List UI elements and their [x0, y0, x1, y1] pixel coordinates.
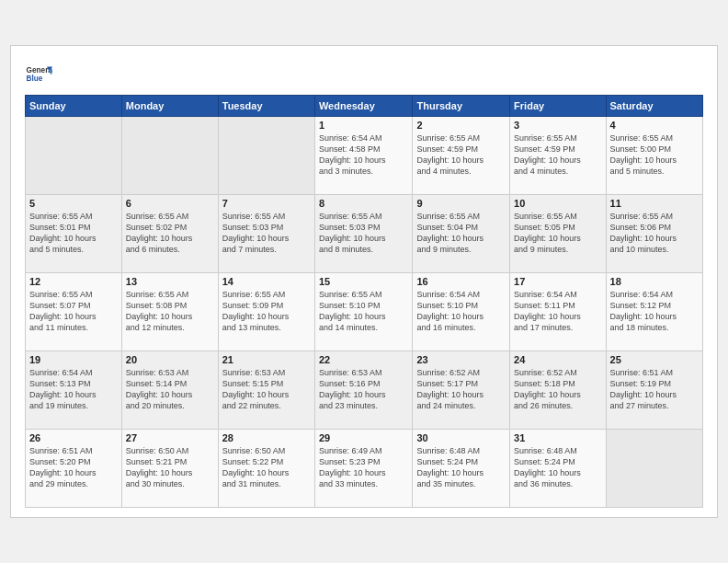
day-info: Sunrise: 6:55 AMSunset: 4:59 PMDaylight:…	[514, 132, 601, 178]
calendar-cell	[606, 430, 702, 508]
day-number: 20	[126, 354, 214, 365]
calendar-cell: 22Sunrise: 6:53 AMSunset: 5:16 PMDayligh…	[314, 351, 413, 430]
calendar-week-row: 19Sunrise: 6:54 AMSunset: 5:13 PMDayligh…	[26, 351, 703, 430]
calendar-cell	[121, 117, 218, 195]
day-info: Sunrise: 6:48 AMSunset: 5:24 PMDaylight:…	[514, 445, 601, 490]
calendar-cell: 17Sunrise: 6:54 AMSunset: 5:11 PMDayligh…	[510, 273, 606, 351]
weekday-header: Wednesday	[314, 96, 413, 117]
day-info: Sunrise: 6:54 AMSunset: 5:11 PMDaylight:…	[514, 289, 601, 334]
day-number: 4	[610, 120, 699, 131]
day-number: 9	[416, 198, 506, 209]
calendar-cell: 4Sunrise: 6:55 AMSunset: 5:00 PMDaylight…	[606, 117, 702, 195]
day-info: Sunrise: 6:51 AMSunset: 5:19 PMDaylight:…	[610, 367, 699, 412]
calendar-cell: 5Sunrise: 6:55 AMSunset: 5:01 PMDaylight…	[26, 195, 122, 273]
header: General Blue	[25, 60, 703, 87]
calendar-cell: 14Sunrise: 6:55 AMSunset: 5:09 PMDayligh…	[218, 273, 314, 351]
day-info: Sunrise: 6:53 AMSunset: 5:15 PMDaylight:…	[222, 367, 311, 412]
calendar-cell: 15Sunrise: 6:55 AMSunset: 5:10 PMDayligh…	[314, 273, 413, 351]
calendar-cell: 29Sunrise: 6:49 AMSunset: 5:23 PMDayligh…	[314, 430, 413, 508]
weekday-header: Saturday	[606, 96, 702, 117]
weekday-header: Sunday	[26, 96, 122, 117]
day-number: 5	[29, 198, 118, 209]
day-number: 23	[416, 354, 506, 365]
calendar-cell: 24Sunrise: 6:52 AMSunset: 5:18 PMDayligh…	[510, 351, 606, 430]
calendar-cell: 7Sunrise: 6:55 AMSunset: 5:03 PMDaylight…	[218, 195, 314, 273]
day-number: 12	[29, 276, 118, 287]
day-number: 17	[514, 276, 601, 287]
day-number: 3	[514, 120, 601, 131]
calendar-cell: 20Sunrise: 6:53 AMSunset: 5:14 PMDayligh…	[121, 351, 218, 430]
calendar-cell: 28Sunrise: 6:50 AMSunset: 5:22 PMDayligh…	[218, 430, 314, 508]
day-number: 24	[514, 354, 601, 365]
day-info: Sunrise: 6:55 AMSunset: 5:02 PMDaylight:…	[126, 211, 214, 256]
day-info: Sunrise: 6:55 AMSunset: 5:08 PMDaylight:…	[126, 289, 214, 334]
calendar-week-row: 12Sunrise: 6:55 AMSunset: 5:07 PMDayligh…	[26, 273, 703, 351]
day-number: 30	[416, 432, 506, 443]
day-info: Sunrise: 6:55 AMSunset: 4:59 PMDaylight:…	[416, 132, 506, 178]
day-info: Sunrise: 6:55 AMSunset: 5:01 PMDaylight:…	[29, 211, 118, 256]
calendar-cell: 26Sunrise: 6:51 AMSunset: 5:20 PMDayligh…	[26, 430, 122, 508]
day-info: Sunrise: 6:49 AMSunset: 5:23 PMDaylight:…	[319, 445, 409, 490]
day-number: 29	[319, 432, 409, 443]
calendar-cell	[218, 117, 314, 195]
calendar-cell: 31Sunrise: 6:48 AMSunset: 5:24 PMDayligh…	[510, 430, 606, 508]
day-info: Sunrise: 6:52 AMSunset: 5:17 PMDaylight:…	[416, 367, 506, 412]
calendar-cell: 13Sunrise: 6:55 AMSunset: 5:08 PMDayligh…	[121, 273, 218, 351]
logo-icon: General Blue	[25, 60, 52, 87]
day-info: Sunrise: 6:52 AMSunset: 5:18 PMDaylight:…	[514, 367, 601, 412]
calendar-cell: 16Sunrise: 6:54 AMSunset: 5:10 PMDayligh…	[413, 273, 510, 351]
calendar-cell: 25Sunrise: 6:51 AMSunset: 5:19 PMDayligh…	[606, 351, 702, 430]
day-info: Sunrise: 6:55 AMSunset: 5:09 PMDaylight:…	[222, 289, 311, 334]
svg-text:Blue: Blue	[27, 75, 43, 83]
day-number: 15	[319, 276, 409, 287]
day-number: 6	[126, 198, 214, 209]
calendar-cell: 8Sunrise: 6:55 AMSunset: 5:03 PMDaylight…	[314, 195, 413, 273]
day-number: 19	[29, 354, 118, 365]
day-number: 22	[319, 354, 409, 365]
day-info: Sunrise: 6:50 AMSunset: 5:21 PMDaylight:…	[126, 445, 214, 490]
calendar-body: 1Sunrise: 6:54 AMSunset: 4:58 PMDaylight…	[26, 117, 703, 508]
calendar-cell: 11Sunrise: 6:55 AMSunset: 5:06 PMDayligh…	[606, 195, 702, 273]
calendar-cell: 27Sunrise: 6:50 AMSunset: 5:21 PMDayligh…	[121, 430, 218, 508]
calendar-cell: 19Sunrise: 6:54 AMSunset: 5:13 PMDayligh…	[26, 351, 122, 430]
logo: General Blue	[25, 60, 52, 87]
calendar-week-row: 5Sunrise: 6:55 AMSunset: 5:01 PMDaylight…	[26, 195, 703, 273]
day-number: 26	[29, 432, 118, 443]
day-info: Sunrise: 6:54 AMSunset: 4:58 PMDaylight:…	[319, 132, 409, 178]
day-number: 7	[222, 198, 311, 209]
calendar-cell: 23Sunrise: 6:52 AMSunset: 5:17 PMDayligh…	[413, 351, 510, 430]
calendar-table: SundayMondayTuesdayWednesdayThursdayFrid…	[25, 95, 703, 508]
day-info: Sunrise: 6:48 AMSunset: 5:24 PMDaylight:…	[416, 445, 506, 490]
day-info: Sunrise: 6:50 AMSunset: 5:22 PMDaylight:…	[222, 445, 311, 490]
calendar-cell: 10Sunrise: 6:55 AMSunset: 5:05 PMDayligh…	[510, 195, 606, 273]
day-number: 25	[610, 354, 699, 365]
day-info: Sunrise: 6:53 AMSunset: 5:14 PMDaylight:…	[126, 367, 214, 412]
day-info: Sunrise: 6:55 AMSunset: 5:03 PMDaylight:…	[222, 211, 311, 256]
day-info: Sunrise: 6:55 AMSunset: 5:07 PMDaylight:…	[29, 289, 118, 334]
day-info: Sunrise: 6:55 AMSunset: 5:06 PMDaylight:…	[610, 211, 699, 256]
calendar-cell: 2Sunrise: 6:55 AMSunset: 4:59 PMDaylight…	[413, 117, 510, 195]
day-info: Sunrise: 6:55 AMSunset: 5:00 PMDaylight:…	[610, 132, 699, 178]
day-number: 14	[222, 276, 311, 287]
weekday-header-row: SundayMondayTuesdayWednesdayThursdayFrid…	[26, 96, 703, 117]
calendar-cell: 9Sunrise: 6:55 AMSunset: 5:04 PMDaylight…	[413, 195, 510, 273]
day-number: 8	[319, 198, 409, 209]
calendar-cell: 30Sunrise: 6:48 AMSunset: 5:24 PMDayligh…	[413, 430, 510, 508]
calendar-cell: 18Sunrise: 6:54 AMSunset: 5:12 PMDayligh…	[606, 273, 702, 351]
day-info: Sunrise: 6:54 AMSunset: 5:12 PMDaylight:…	[610, 289, 699, 334]
day-info: Sunrise: 6:55 AMSunset: 5:05 PMDaylight:…	[514, 211, 601, 256]
day-number: 13	[126, 276, 214, 287]
day-info: Sunrise: 6:51 AMSunset: 5:20 PMDaylight:…	[29, 445, 118, 490]
calendar-cell: 3Sunrise: 6:55 AMSunset: 4:59 PMDaylight…	[510, 117, 606, 195]
day-number: 2	[416, 120, 506, 131]
day-number: 18	[610, 276, 699, 287]
day-info: Sunrise: 6:54 AMSunset: 5:10 PMDaylight:…	[416, 289, 506, 334]
day-info: Sunrise: 6:54 AMSunset: 5:13 PMDaylight:…	[29, 367, 118, 412]
calendar-cell	[26, 117, 122, 195]
calendar-cell: 6Sunrise: 6:55 AMSunset: 5:02 PMDaylight…	[121, 195, 218, 273]
day-number: 28	[222, 432, 311, 443]
calendar-cell: 1Sunrise: 6:54 AMSunset: 4:58 PMDaylight…	[314, 117, 413, 195]
calendar-cell: 21Sunrise: 6:53 AMSunset: 5:15 PMDayligh…	[218, 351, 314, 430]
day-number: 11	[610, 198, 699, 209]
calendar-container: General Blue SundayMondayTuesdayWednesda…	[10, 45, 718, 518]
